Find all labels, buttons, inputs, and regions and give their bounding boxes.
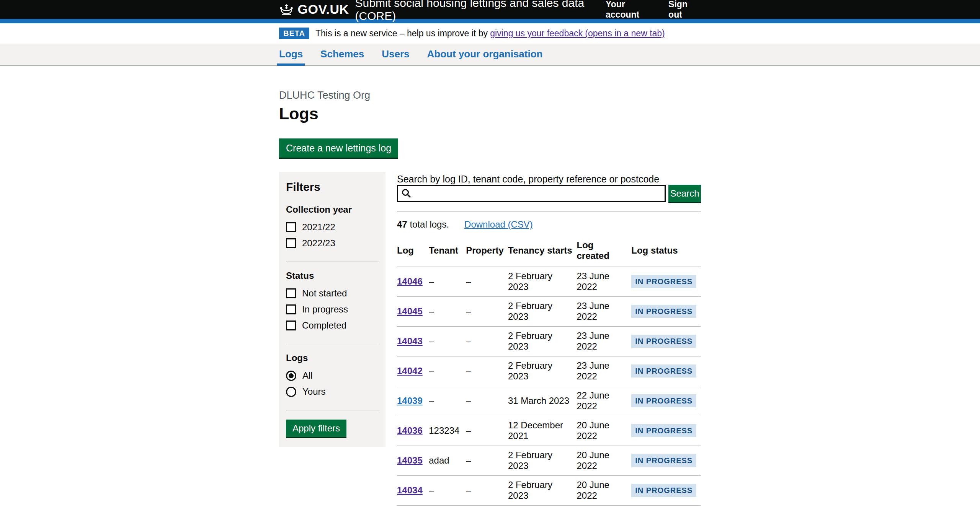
filter-radio-option[interactable]: Yours [286, 386, 379, 397]
crown-icon [279, 3, 294, 16]
filter-group: Status Not started In progress Completed [286, 270, 379, 336]
filter-option-label: In progress [302, 304, 348, 315]
property-cell: – [466, 476, 508, 506]
filter-divider [286, 262, 379, 262]
log-created-cell: 23 June 2022 [577, 356, 631, 386]
filter-radio-option[interactable]: All [286, 370, 379, 381]
filter-group-legend: Logs [286, 353, 308, 363]
property-cell: – [466, 386, 508, 416]
log-id-link[interactable]: 14034 [397, 485, 423, 495]
tenancy-starts-cell: 12 December 2021 [508, 416, 577, 446]
tab-schemes[interactable]: Schemes [320, 44, 364, 65]
radio-icon[interactable] [286, 387, 296, 397]
log-id-link[interactable]: 14039 [397, 395, 423, 406]
checkbox-icon[interactable] [286, 321, 296, 330]
status-badge: IN PROGRESS [631, 394, 696, 407]
column-header-tenancy-starts: Tenancy starts [508, 237, 577, 267]
log-id-link[interactable]: 14035 [397, 455, 423, 465]
results-column: Search by log ID, tenant code, property … [397, 172, 701, 506]
radio-icon[interactable] [286, 371, 296, 381]
tenancy-starts-cell: 31 March 2023 [508, 386, 577, 416]
header-account-nav: Your account Sign out [606, 0, 701, 20]
filter-option-label: Not started [302, 288, 347, 299]
log-id-link[interactable]: 14036 [397, 425, 423, 436]
filter-option-label: All [302, 370, 313, 381]
log-created-cell: 20 June 2022 [577, 476, 631, 506]
log-created-cell: 20 June 2022 [577, 416, 631, 446]
tenant-cell: adad [429, 446, 466, 476]
tenancy-starts-cell: 2 February 2023 [508, 297, 577, 327]
logs-table: Log Tenant Property Tenancy starts Log c… [397, 237, 701, 506]
filter-divider [286, 410, 379, 410]
govuk-logotype: GOV.UK [298, 2, 349, 17]
property-cell: – [466, 327, 508, 356]
govuk-header: GOV.UK Submit social housing lettings an… [0, 0, 980, 19]
download-csv-link[interactable]: Download (CSV) [464, 219, 533, 230]
search-button[interactable]: Search [668, 185, 701, 202]
tab-about-your-organisation[interactable]: About your organisation [427, 44, 543, 65]
status-badge: IN PROGRESS [631, 305, 696, 318]
filter-option-label: 2021/22 [302, 222, 335, 233]
your-account-link[interactable]: Your account [606, 0, 657, 20]
apply-filters-button[interactable]: Apply filters [286, 420, 346, 437]
primary-navigation: Logs Schemes Users About your organisati… [0, 44, 980, 66]
filter-checkbox-option[interactable]: Completed [286, 320, 379, 331]
tenant-cell: – [429, 476, 466, 506]
total-logs-text: 47 total logs. [397, 219, 449, 230]
filter-divider [286, 344, 379, 344]
status-badge: IN PROGRESS [631, 424, 696, 437]
log-id-link[interactable]: 14042 [397, 366, 423, 376]
filter-option-label: Completed [302, 320, 346, 331]
filter-groups: Collection year 2021/22 2022/23 Status N… [286, 204, 379, 410]
table-row: 14039 – – 31 March 2023 22 June 2022 IN … [397, 386, 701, 416]
table-row: 14043 – – 2 February 2023 23 June 2022 I… [397, 327, 701, 356]
phase-banner-text: This is a new service – help us improve … [315, 28, 665, 39]
column-header-log: Log [397, 237, 429, 267]
table-row: 14046 – – 2 February 2023 23 June 2022 I… [397, 267, 701, 297]
property-cell: – [466, 297, 508, 327]
status-badge: IN PROGRESS [631, 454, 696, 467]
tab-users[interactable]: Users [382, 44, 409, 65]
status-badge: IN PROGRESS [631, 364, 696, 377]
checkbox-icon[interactable] [286, 222, 296, 232]
filter-checkbox-option[interactable]: 2021/22 [286, 222, 379, 233]
log-created-cell: 23 June 2022 [577, 267, 631, 297]
filter-checkbox-option[interactable]: In progress [286, 304, 379, 315]
column-header-tenant: Tenant [429, 237, 466, 267]
phase-banner: BETA This is a new service – help us imp… [0, 23, 980, 44]
tenant-cell: – [429, 297, 466, 327]
service-name[interactable]: Submit social housing lettings and sales… [355, 0, 606, 23]
property-cell: – [466, 446, 508, 476]
tenant-cell: – [429, 327, 466, 356]
checkbox-icon[interactable] [286, 238, 296, 248]
header-logo-group[interactable]: GOV.UK Submit social housing lettings an… [279, 0, 606, 23]
log-created-cell: 20 June 2022 [577, 446, 631, 476]
filter-group-legend: Collection year [286, 204, 352, 215]
status-badge: IN PROGRESS [631, 275, 696, 288]
table-row: 14035 adad – 2 February 2023 20 June 202… [397, 446, 701, 476]
filter-checkbox-option[interactable]: Not started [286, 288, 379, 299]
checkbox-icon[interactable] [286, 304, 296, 314]
organisation-caption: DLUHC Testing Org [279, 89, 701, 101]
filter-group: Logs All Yours [286, 353, 379, 402]
filter-option-label: Yours [302, 386, 326, 397]
log-created-cell: 23 June 2022 [577, 297, 631, 327]
logs-table-body: 14046 – – 2 February 2023 23 June 2022 I… [397, 267, 701, 506]
checkbox-icon[interactable] [286, 288, 296, 298]
filter-option-label: 2022/23 [302, 238, 335, 249]
feedback-link[interactable]: giving us your feedback (opens in a new … [490, 28, 665, 38]
log-created-cell: 22 June 2022 [577, 386, 631, 416]
log-id-link[interactable]: 14045 [397, 306, 423, 316]
table-row: 14036 123234 – 12 December 2021 20 June … [397, 416, 701, 446]
log-id-link[interactable]: 14046 [397, 276, 423, 286]
search-input[interactable] [397, 185, 666, 202]
log-id-link[interactable]: 14043 [397, 336, 423, 346]
sign-out-link[interactable]: Sign out [668, 0, 701, 20]
table-header-row: Log Tenant Property Tenancy starts Log c… [397, 237, 701, 267]
filters-panel: Filters Collection year 2021/22 2022/23 … [279, 172, 385, 447]
tenant-cell: 123234 [429, 416, 466, 446]
create-lettings-log-button[interactable]: Create a new lettings log [279, 138, 398, 158]
tab-logs[interactable]: Logs [279, 44, 303, 65]
filter-checkbox-option[interactable]: 2022/23 [286, 238, 379, 249]
column-header-property: Property [466, 237, 508, 267]
